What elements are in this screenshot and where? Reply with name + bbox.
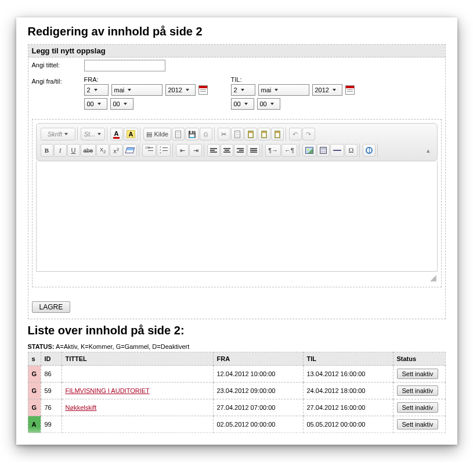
globe-icon [366,147,373,154]
unordered-list-button[interactable] [157,144,171,157]
editor-toolbar: Skrift St... A A ▤ Kilde 💾 ⎙ [36,123,438,161]
set-inactive-button[interactable]: Sett inaktiv [397,385,439,396]
title-link[interactable]: Nøkkelskift [66,404,97,411]
align-center-button[interactable] [221,144,233,157]
redo-icon: ↷ [306,131,311,138]
image-button[interactable] [302,144,316,157]
font-select[interactable]: Skrift [41,128,75,140]
table-row: A9902.05.2012 00:00:0005.05.2012 00:00:0… [28,416,445,433]
chevron-down-icon [128,89,131,91]
from-cell: 02.05.2012 00:00:00 [213,416,303,433]
align-justify-icon [250,148,257,153]
indent-button[interactable]: ⇥ [189,144,202,157]
chevron-down-icon [98,103,101,105]
to-cell: 13.04.2012 16:00:00 [303,366,393,383]
underline-button[interactable]: U [67,144,80,157]
clear-format-button[interactable] [123,144,137,157]
chevron-down-icon [270,103,274,105]
outdent-button[interactable]: ⇤ [176,144,189,157]
to-calendar-icon[interactable] [345,85,355,95]
align-left-button[interactable] [207,144,220,157]
cut-button[interactable]: ✂ [218,128,230,140]
special-char-button[interactable]: Ω [345,144,358,157]
to-picker: TIL: 2 mai 2012 00 00 [231,76,355,112]
resize-grip-icon[interactable]: ◢ [36,272,438,283]
to-day-select[interactable]: 2 [231,84,255,96]
print-button[interactable]: ⎙ [200,128,212,140]
direction-ltr-button[interactable]: ¶→ [265,144,281,157]
from-month-select[interactable]: mai [111,84,163,96]
redo-button[interactable]: ↷ [302,128,315,140]
text-color-button[interactable]: A [110,128,123,140]
from-minute-select[interactable]: 00 [110,98,133,110]
align-justify-button[interactable] [247,144,260,157]
print-icon: ⎙ [204,131,208,138]
strike-button[interactable]: abe [81,144,96,157]
paste-button[interactable] [244,128,257,140]
content-table: s ID TITTEL FRA TIL Status G8612.04.2012… [28,352,446,433]
copy-button[interactable] [231,128,244,140]
new-doc-button[interactable] [172,128,185,140]
from-calendar-icon[interactable] [198,85,208,95]
from-picker: FRA: 2 mai 2012 00 00 [84,76,208,112]
align-left-icon [210,148,217,153]
from-label: FRA: [84,76,208,83]
subscript-button[interactable]: X2 [96,144,109,157]
source-button[interactable]: ▤ Kilde [143,128,171,140]
set-inactive-button[interactable]: Sett inaktiv [397,419,439,430]
col-id: ID [41,352,62,366]
undo-button[interactable]: ↶ [289,128,302,140]
to-hour-select[interactable]: 00 [231,98,254,110]
save-doc-button[interactable]: 💾 [185,128,199,140]
table-row: G8612.04.2012 10:00:0013.04.2012 16:00:0… [28,366,445,383]
paste-word-button[interactable] [271,128,284,140]
table-row: G76Nøkkelskift27.04.2012 07:00:0027.04.2… [28,399,445,416]
ordered-list-button[interactable] [142,144,156,157]
bg-color-button[interactable]: A [124,128,139,140]
save-icon: 💾 [188,131,196,138]
editor-body[interactable] [36,161,438,272]
superscript-button[interactable]: X2 [110,144,122,157]
to-minute-select[interactable]: 00 [257,98,280,110]
direction-rtl-button[interactable]: ←¶ [281,144,297,157]
action-cell: Sett inaktiv [393,416,445,433]
from-day-select[interactable]: 2 [84,84,109,96]
copy-icon [234,131,240,138]
align-right-button[interactable] [234,144,247,157]
page-title: Redigering av innhold på side 2 [28,25,446,38]
set-inactive-button[interactable]: Sett inaktiv [397,369,439,379]
about-button[interactable] [363,144,375,157]
strike-icon: abe [84,147,93,154]
unordered-list-icon [160,146,168,154]
col-status: Status [393,352,445,366]
to-year-select[interactable]: 2012 [312,84,342,96]
title-input[interactable] [84,60,165,71]
page-card: Redigering av innhold på side 2 Legg til… [16,17,457,445]
chevron-down-icon [333,89,336,91]
status-cell: A [28,416,41,433]
table-button[interactable] [317,144,330,157]
to-month-select[interactable]: mai [258,84,309,96]
to-cell: 24.04.2012 18:00:00 [303,383,393,399]
collapse-icon: ▴ [427,147,430,154]
bold-button[interactable]: B [41,144,53,157]
set-inactive-button[interactable]: Sett inaktiv [397,402,439,413]
style-select[interactable]: St... [81,128,105,140]
bg-color-icon: A [127,130,136,138]
daterange-row: Angi fra/til: FRA: 2 mai 2012 00 00 TIL: [28,74,445,114]
hr-icon [333,150,341,151]
paste-word-icon [275,131,280,138]
title-link[interactable]: FILMVISNING I AUDITORIET [66,387,150,394]
from-year-select[interactable]: 2012 [165,84,196,96]
from-hour-select[interactable]: 00 [84,98,107,110]
paste-text-button[interactable] [258,128,270,140]
collapse-toolbar-button[interactable]: ▴ [422,144,435,157]
save-button[interactable]: LAGRE [32,301,71,313]
hr-button[interactable] [330,144,344,157]
bold-icon: B [45,147,49,154]
from-cell: 12.04.2012 10:00:00 [213,366,303,383]
status-legend: STATUS: A=Aktiv, K=Kommer, G=Gammel, D=D… [28,343,446,350]
italic-button[interactable]: I [54,144,67,157]
ltr-icon: ¶→ [268,147,278,154]
col-s: s [28,352,41,366]
